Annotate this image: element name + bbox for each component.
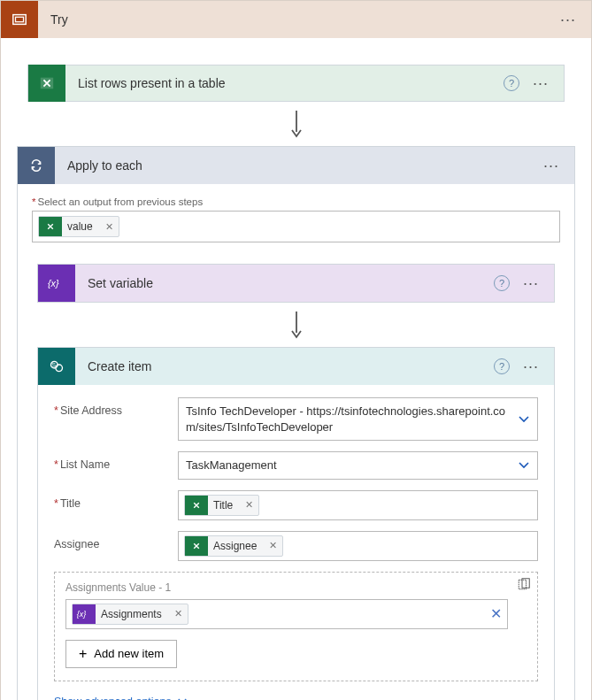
assignments-label: Assignments Value - 1 <box>65 581 527 594</box>
excel-icon <box>28 65 65 102</box>
token-value[interactable]: value ✕ <box>38 216 119 237</box>
token-assignee[interactable]: Assignee ✕ <box>184 535 283 557</box>
help-icon[interactable]: ? <box>504 75 519 91</box>
assignee-input[interactable]: Assignee ✕ <box>178 531 538 561</box>
arrow-down-icon <box>17 102 575 146</box>
clear-icon[interactable]: ✕ <box>490 605 502 622</box>
scope-icon <box>1 1 38 38</box>
action-set-variable: {x} Set variable ? ··· <box>37 264 555 303</box>
variable-token-icon: {x} <box>73 604 96 624</box>
action-menu[interactable]: ··· <box>541 161 562 170</box>
token-remove[interactable]: ✕ <box>264 540 282 551</box>
excel-token-icon <box>39 217 62 236</box>
title-input[interactable]: Title ✕ <box>178 490 538 520</box>
select-output-input[interactable]: value ✕ <box>32 211 560 242</box>
action-list-rows-title: List rows present in a table <box>65 76 504 90</box>
assignments-group: Assignments Value - 1 {x} Assignments ✕ … <box>54 572 538 681</box>
chevron-down-icon[interactable] <box>518 461 530 470</box>
token-label: Title <box>208 499 240 512</box>
action-create-item-title: Create item <box>75 359 494 373</box>
token-remove[interactable]: ✕ <box>240 499 258 511</box>
list-name-value: TaskManagement <box>186 458 511 473</box>
assignments-input[interactable]: {x} Assignments ✕ ✕ <box>65 599 508 629</box>
action-set-variable-title: Set variable <box>75 276 494 290</box>
action-list-rows: List rows present in a table ? ··· <box>27 65 565 102</box>
svg-text:{x}: {x} <box>48 278 59 288</box>
add-item-label: Add new item <box>94 647 164 660</box>
action-menu[interactable]: ··· <box>530 79 551 88</box>
chevron-down-icon[interactable] <box>518 415 530 424</box>
site-address-select[interactable]: TsInfo TechDeveloper - https://tsinfotec… <box>178 397 538 441</box>
scope-title: Try <box>38 12 557 27</box>
select-output-label: Select an output from previous steps <box>32 196 560 207</box>
token-assignments[interactable]: {x} Assignments ✕ <box>72 604 188 625</box>
action-menu[interactable]: ··· <box>520 279 542 288</box>
action-apply-to-each: Apply to each ··· Select an output from … <box>17 146 575 700</box>
excel-token-icon <box>185 536 208 556</box>
site-address-label: *Site Address <box>54 397 178 417</box>
action-set-variable-header[interactable]: {x} Set variable ? ··· <box>38 265 554 302</box>
action-apply-to-each-title: Apply to each <box>55 158 541 173</box>
assignee-label: Assignee <box>54 531 178 550</box>
action-create-item: S Create item ? ··· *Site Address <box>37 347 555 700</box>
token-label: value <box>62 220 100 233</box>
sharepoint-icon: S <box>38 348 75 385</box>
action-create-item-header[interactable]: S Create item ? ··· <box>38 348 554 385</box>
scope-try-header[interactable]: Try ··· <box>1 1 591 38</box>
add-new-item-button[interactable]: + Add new item <box>65 640 177 668</box>
token-remove[interactable]: ✕ <box>169 608 188 619</box>
title-label: *Title <box>54 490 178 510</box>
help-icon[interactable]: ? <box>494 275 510 291</box>
svg-rect-1 <box>16 17 24 21</box>
list-name-label: *List Name <box>54 451 178 471</box>
svg-text:{x}: {x} <box>77 610 87 619</box>
arrow-down-icon <box>32 303 560 347</box>
svg-text:S: S <box>52 362 56 368</box>
action-menu[interactable]: ··· <box>520 362 542 371</box>
token-label: Assignee <box>208 540 264 552</box>
show-advanced-options[interactable]: Show advanced options <box>54 696 188 700</box>
scope-menu[interactable]: ··· <box>557 15 579 24</box>
token-title[interactable]: Title ✕ <box>184 495 259 516</box>
scope-try: Try ··· List rows present in a table ? ·… <box>0 0 592 700</box>
delete-group-icon[interactable] <box>517 578 530 591</box>
advanced-label: Show advanced options <box>54 696 172 700</box>
action-list-rows-header[interactable]: List rows present in a table ? ··· <box>27 65 565 102</box>
svg-point-7 <box>56 365 63 372</box>
list-name-select[interactable]: TaskManagement <box>178 451 538 480</box>
foreach-icon <box>18 147 55 184</box>
site-address-value: TsInfo TechDeveloper - https://tsinfotec… <box>186 404 511 435</box>
help-icon[interactable]: ? <box>494 358 510 374</box>
action-apply-to-each-header[interactable]: Apply to each ··· <box>18 147 574 184</box>
variable-icon: {x} <box>38 265 75 302</box>
token-remove[interactable]: ✕ <box>100 221 119 233</box>
excel-token-icon <box>185 496 208 515</box>
token-label: Assignments <box>96 608 169 620</box>
